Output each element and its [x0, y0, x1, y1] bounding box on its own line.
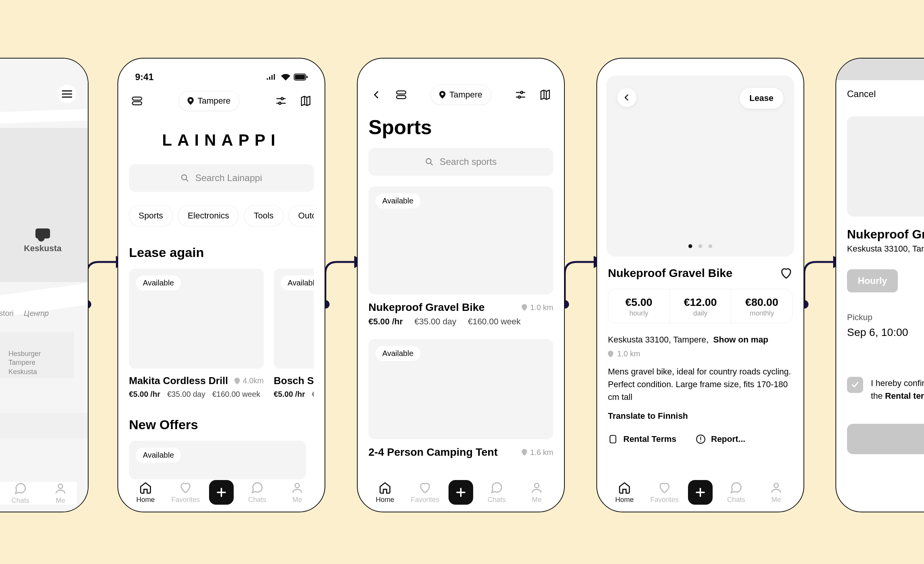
- svg-point-23: [518, 96, 521, 98]
- svg-point-28: [774, 483, 778, 487]
- back-button[interactable]: [368, 87, 385, 103]
- bottom-tab-bar: Home Favorites Chats Me: [608, 480, 793, 505]
- availability-badge: Available: [136, 275, 181, 290]
- order-item-image: [847, 116, 924, 217]
- section-lease-again: Lease again: [129, 245, 314, 260]
- tab-home[interactable]: Home: [608, 481, 641, 504]
- svg-rect-26: [610, 435, 616, 443]
- tab-home[interactable]: Home: [129, 481, 162, 504]
- tab-me[interactable]: Me: [760, 481, 793, 504]
- search-placeholder: Search Lainappi: [195, 173, 262, 183]
- rental-terms-button[interactable]: Rental Terms: [608, 434, 676, 444]
- availability-badge: Available: [375, 193, 420, 208]
- tab-me[interactable]: Me: [281, 481, 314, 504]
- list-view-toggle-button[interactable]: [129, 93, 145, 109]
- category-chip-outdoor[interactable]: Outdoor: [289, 205, 314, 227]
- item-prices: €5.00 /hr €35: [274, 390, 314, 399]
- price-daily[interactable]: €12.00 daily: [670, 289, 732, 323]
- favorite-button[interactable]: [780, 267, 793, 280]
- map-button[interactable]: [537, 87, 553, 103]
- translate-link[interactable]: Translate to Finnish: [608, 411, 793, 421]
- item-title: Bosch Sander: [274, 375, 314, 387]
- list-view-toggle-button[interactable]: [393, 87, 409, 103]
- item-title: Nukeproof Gravel Bike: [608, 267, 732, 280]
- map-street-label-alt: Центр: [24, 309, 49, 318]
- tab-favorites[interactable]: Favorites: [648, 481, 681, 504]
- search-input[interactable]: inappi: [0, 413, 89, 438]
- item-title: Nukeproof Gravel Bike: [368, 301, 485, 314]
- tab-chats[interactable]: Chats: [720, 481, 753, 504]
- lease-again-list: Available Makita Cordless Drill 4.0km €5…: [129, 269, 314, 399]
- svg-point-8: [58, 484, 62, 488]
- tab-favorites[interactable]: Favorites: [169, 481, 202, 504]
- lease-button[interactable]: Lease: [740, 88, 783, 109]
- item-prices: €5.00 /hr €35.00 day €160.00 week: [368, 317, 553, 327]
- item-prices: €5.00 /hr €35.00 day €160.00 week: [129, 390, 264, 399]
- screen-map-partial: → → → → → → Keskusta Keskustori Центр He…: [0, 58, 89, 512]
- price-selector: €5.00 hourly €12.00 daily €80.00 monthly: [608, 289, 793, 323]
- item-card[interactable]: Available Nukeproof Gravel Bike 1.0 km €…: [368, 186, 553, 327]
- item-image: Available: [129, 269, 264, 369]
- map-district-label: Keskusta: [24, 243, 62, 253]
- screen-home: 9:41 Tampere: [117, 58, 325, 512]
- item-distance: 1.6 km: [522, 448, 553, 457]
- category-chip-tools[interactable]: Tools: [244, 205, 283, 227]
- pickup-datetime[interactable]: Sep 6, 10:00: [847, 326, 924, 339]
- svg-point-22: [521, 91, 523, 94]
- item-card[interactable]: Available Bosch Sander €5.00 /hr €35: [274, 269, 314, 399]
- tab-favorites[interactable]: Favorites: [408, 481, 442, 504]
- show-on-map-link[interactable]: Show on map: [713, 335, 768, 344]
- rate-hourly-button[interactable]: Hourly: [847, 269, 898, 292]
- tab-chats[interactable]: Chats: [480, 481, 513, 504]
- map-background: → → → → → →: [0, 59, 88, 512]
- item-card[interactable]: Available Makita Cordless Drill 4.0km €5…: [129, 269, 264, 399]
- add-listing-button[interactable]: [688, 480, 713, 505]
- item-distance: 1.0 km: [522, 303, 553, 312]
- status-indicators: [266, 74, 308, 81]
- tab-chats[interactable]: Chats: [241, 481, 274, 504]
- svg-point-21: [441, 93, 444, 95]
- map-street-label: Keskustori: [0, 309, 13, 318]
- tab-me[interactable]: Me: [520, 481, 553, 504]
- screen-checkout-partial: Cancel Nukeproof Gravel Keskusta 33100, …: [835, 58, 924, 512]
- search-input[interactable]: Search Lainappi: [129, 164, 314, 192]
- report-button[interactable]: Report...: [696, 434, 745, 444]
- item-hero-image[interactable]: Lease: [606, 76, 794, 257]
- confirm-text: I hereby confirm the Rental terms: [871, 377, 924, 402]
- search-input[interactable]: Search sports: [368, 148, 553, 176]
- order-item-title: Nukeproof Gravel: [847, 227, 924, 242]
- location-label: Tampere: [198, 96, 231, 106]
- status-time: 9:41: [135, 72, 154, 82]
- add-listing-button[interactable]: [449, 480, 473, 505]
- tab-home[interactable]: Home: [368, 481, 402, 504]
- location-selector[interactable]: Tampere: [430, 85, 491, 105]
- map-view-toggle-button[interactable]: [58, 85, 76, 103]
- filter-button[interactable]: [273, 93, 289, 109]
- tab-me[interactable]: Me: [44, 482, 77, 505]
- category-chip-electronics[interactable]: Electronics: [178, 205, 239, 227]
- svg-point-14: [189, 99, 192, 101]
- item-card[interactable]: Available: [129, 441, 306, 479]
- svg-point-25: [534, 483, 539, 487]
- section-new-offers: New Offers: [129, 417, 314, 432]
- category-chip-sports[interactable]: Sports: [129, 205, 173, 227]
- confirm-checkbox[interactable]: [847, 377, 863, 393]
- item-distance: 4.0km: [234, 376, 264, 385]
- category-chips: Sports Electronics Tools Outdoor: [129, 205, 314, 227]
- tab-chats[interactable]: Chats: [4, 482, 37, 505]
- svg-point-18: [295, 483, 299, 487]
- cancel-button[interactable]: Cancel: [847, 89, 924, 99]
- detail-header: Nukeproof Gravel Bike: [608, 267, 793, 280]
- map-button[interactable]: [298, 93, 314, 109]
- svg-rect-11: [306, 76, 308, 78]
- location-selector[interactable]: Tampere: [179, 91, 239, 111]
- price-monthly[interactable]: €80.00 monthly: [731, 289, 792, 323]
- add-listing-button[interactable]: [209, 480, 234, 505]
- map-marker-trailer-icon[interactable]: [35, 228, 50, 238]
- filter-button[interactable]: [512, 87, 529, 103]
- modal-grabber: [836, 59, 924, 80]
- price-hourly[interactable]: €5.00 hourly: [608, 289, 670, 323]
- item-card[interactable]: Available 2-4 Person Camping Tent 1.6 km: [368, 339, 553, 458]
- lease-submit-button[interactable]: Lease: [847, 424, 924, 454]
- back-button[interactable]: [617, 88, 636, 107]
